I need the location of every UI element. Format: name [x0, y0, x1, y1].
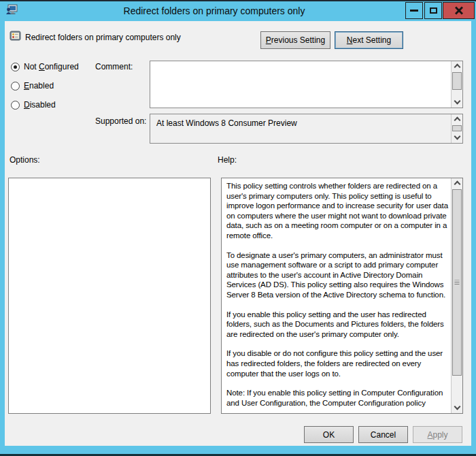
scroll-up-icon[interactable]: [452, 114, 462, 125]
radio-label: Not Configured: [24, 62, 79, 71]
scrollbar-thumb[interactable]: [452, 125, 462, 131]
close-button[interactable]: [443, 2, 475, 19]
scroll-up-icon[interactable]: [452, 61, 462, 72]
comment-input[interactable]: [150, 61, 463, 108]
help-paragraph: If you enable this policy setting and th…: [226, 310, 449, 340]
next-setting-button[interactable]: Next Setting: [335, 31, 403, 49]
supported-on-box: At least Windows 8 Consumer Preview: [150, 114, 463, 144]
scroll-down-icon[interactable]: [452, 402, 462, 413]
dialog-body: Redirect folders on primary computers on…: [5, 21, 471, 446]
radio-label: Enabled: [24, 81, 54, 91]
group-policy-app-icon: [5, 3, 18, 16]
radio-disabled[interactable]: Disabled: [11, 99, 56, 110]
titlebar[interactable]: Redirect folders on primary computers on…: [0, 1, 476, 21]
help-paragraph: If you disable or do not configure this …: [226, 348, 449, 378]
apply-button[interactable]: Apply: [413, 426, 462, 443]
scrollbar-grip-icon: [455, 280, 460, 285]
scrollbar-thumb[interactable]: [452, 189, 462, 376]
minimize-button[interactable]: [405, 2, 423, 19]
help-paragraph: Note: If you enable this policy setting …: [226, 388, 449, 408]
setting-name: Redirect folders on primary computers on…: [25, 33, 181, 42]
radio-enabled[interactable]: Enabled: [11, 80, 54, 91]
help-scrollbar[interactable]: [451, 178, 462, 413]
maximize-button[interactable]: [424, 2, 442, 19]
policy-setting-icon: [10, 30, 21, 42]
previous-setting-button[interactable]: Previous Setting: [260, 31, 330, 49]
scroll-up-icon[interactable]: [452, 178, 462, 189]
minimize-icon: [410, 10, 418, 12]
supported-scrollbar[interactable]: [451, 114, 462, 143]
radio-unselected-icon: [11, 82, 20, 91]
window-frame: Redirect folders on primary computers on…: [0, 0, 476, 456]
close-icon: [454, 6, 464, 16]
options-panel: [8, 178, 211, 414]
help-paragraph: This policy setting controls whether fol…: [226, 181, 449, 241]
ok-button[interactable]: OK: [304, 426, 354, 443]
maximize-icon: [430, 7, 437, 14]
help-paragraph: To designate a user's primary computers,…: [226, 250, 449, 300]
supported-on-value: At least Windows 8 Consumer Preview: [156, 118, 297, 128]
comment-scrollbar[interactable]: [451, 61, 462, 108]
radio-not-configured[interactable]: Not Configured: [11, 61, 79, 72]
radio-unselected-icon: [11, 101, 20, 110]
scrollbar-thumb[interactable]: [452, 72, 462, 90]
supported-on-label: Supported on:: [95, 116, 146, 126]
radio-selected-icon: [11, 63, 20, 71]
comment-label: Comment:: [95, 62, 133, 71]
radio-label: Disabled: [24, 100, 56, 110]
options-label: Options:: [10, 155, 40, 165]
scroll-down-icon[interactable]: [452, 97, 462, 108]
cancel-button[interactable]: Cancel: [358, 426, 408, 443]
help-panel[interactable]: This policy setting controls whether fol…: [221, 178, 463, 414]
scroll-down-icon[interactable]: [452, 132, 462, 143]
help-text: This policy setting controls whether fol…: [222, 178, 450, 413]
help-label: Help:: [218, 155, 237, 165]
window-title: Redirect folders on primary computers on…: [41, 1, 388, 21]
